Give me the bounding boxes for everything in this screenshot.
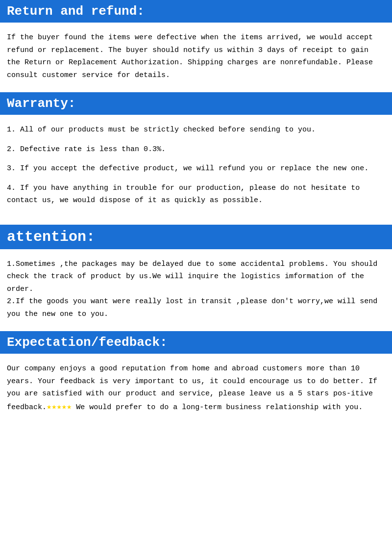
attention-item-2: 2.If the goods you want were really lost… <box>7 295 385 320</box>
return-refund-section: Return and refund: If the buyer found th… <box>0 0 392 92</box>
warranty-item-3: 3. If you accept the defective product, … <box>7 162 385 175</box>
expectation-content: Our company enjoys a good reputation fro… <box>0 354 392 425</box>
return-refund-text: If the buyer found the items were defect… <box>7 31 385 81</box>
warranty-item-2: 2. Defective rate is less than 0.3%. <box>7 143 385 156</box>
attention-content: 1.Sometimes ,the packages may be delayed… <box>0 249 392 332</box>
warranty-item-1: 1. All of our products must be strictly … <box>7 124 385 136</box>
warranty-header: Warranty: <box>0 92 392 115</box>
expectation-header: Expectation/feedback: <box>0 331 392 354</box>
expectation-text: Our company enjoys a good reputation fro… <box>7 363 385 414</box>
attention-section: attention: 1.Sometimes ,the packages may… <box>0 225 392 332</box>
return-refund-header: Return and refund: <box>0 0 392 23</box>
attention-header: attention: <box>0 225 392 249</box>
warranty-content: 1. All of our products must be strictly … <box>0 115 392 225</box>
return-refund-content: If the buyer found the items were defect… <box>0 23 392 92</box>
warranty-section: Warranty: 1. All of our products must be… <box>0 92 392 225</box>
star-rating: ★★★★★ <box>47 402 72 412</box>
expectation-section: Expectation/feedback: Our company enjoys… <box>0 331 392 425</box>
warranty-item-4: 4. If you have anything in trouble for o… <box>7 182 385 207</box>
attention-item-1: 1.Sometimes ,the packages may be delayed… <box>7 258 385 296</box>
